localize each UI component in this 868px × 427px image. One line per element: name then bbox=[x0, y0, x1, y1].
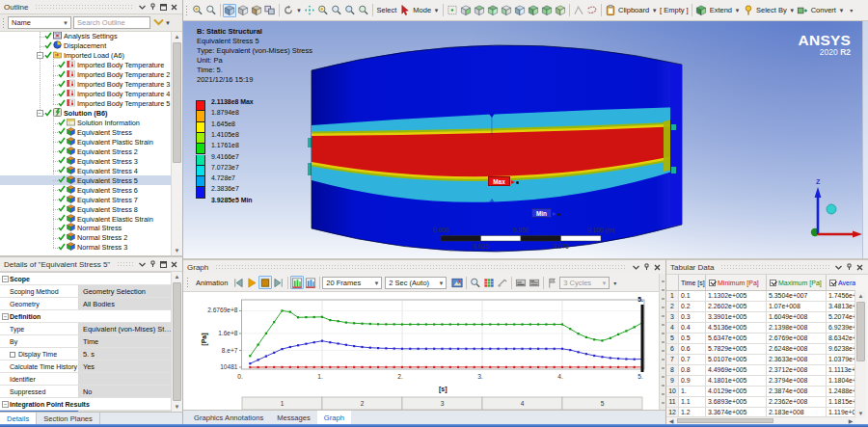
details-property-row[interactable]: ByTime bbox=[0, 335, 172, 348]
chevron-down-icon[interactable]: ▼ bbox=[788, 8, 796, 13]
cell-average[interactable]: 1.2488e+008 bbox=[827, 387, 855, 396]
tree-item[interactable]: Equivalent Elastic Strain bbox=[0, 214, 171, 224]
tree-item[interactable]: Normal Stress bbox=[0, 224, 171, 233]
chevron-down-icon[interactable] bbox=[833, 262, 843, 272]
tree-item[interactable]: Imported Body Temperature bbox=[0, 61, 171, 70]
cell-time[interactable]: 0.3 bbox=[679, 312, 706, 322]
property-value[interactable]: All Bodies bbox=[79, 298, 172, 309]
column-header-maximum[interactable]: Maximum [Pa] bbox=[767, 275, 827, 290]
property-value[interactable]: Geometry Selection bbox=[79, 285, 172, 297]
cell-average[interactable]: 3.4813e+007 bbox=[827, 302, 855, 311]
close-icon[interactable] bbox=[854, 262, 864, 272]
triad[interactable]: Z X bbox=[183, 21, 868, 258]
property-value[interactable]: Equivalent (von-Mises) Str... bbox=[79, 323, 172, 334]
tree-item[interactable]: −Solution (B6) bbox=[0, 109, 171, 119]
tree-item[interactable]: Solution Information bbox=[0, 119, 171, 128]
cell-time[interactable]: 1.1 bbox=[679, 397, 706, 407]
close-icon[interactable] bbox=[169, 2, 178, 12]
scroll-up-icon[interactable]: ▲ bbox=[856, 291, 865, 301]
scroll-down-icon[interactable]: ▼ bbox=[856, 409, 865, 418]
cell-minimum[interactable]: 3.6893e+005 bbox=[706, 397, 767, 407]
float-icon[interactable] bbox=[158, 2, 168, 12]
cell-maximum[interactable]: 2.3794e+008 bbox=[767, 376, 827, 386]
details-property-row[interactable]: Calculate Time HistoryYes bbox=[0, 360, 172, 373]
play-icon[interactable] bbox=[245, 276, 258, 289]
checkbox-icon[interactable] bbox=[829, 280, 836, 286]
details-property-row[interactable]: GeometryAll Bodies bbox=[0, 298, 172, 310]
details-section-row[interactable]: −Integration Point Results bbox=[0, 398, 172, 411]
tree-item[interactable]: Equivalent Stress 5 bbox=[0, 175, 171, 185]
scroll-right-icon[interactable]: ▶ bbox=[846, 417, 855, 424]
tree-item[interactable]: Equivalent Stress 7 bbox=[0, 195, 171, 204]
chevron-down-icon[interactable]: ▼ bbox=[734, 8, 742, 13]
cell-maximum[interactable]: 1.6049e+008 bbox=[767, 312, 827, 322]
grip-handle[interactable] bbox=[185, 5, 189, 16]
zoom-in-icon[interactable] bbox=[316, 4, 330, 17]
chevron-down-icon[interactable] bbox=[137, 2, 147, 12]
tabular-hscrollbar[interactable]: ◀ ▶ bbox=[666, 416, 855, 424]
checkbox-icon[interactable] bbox=[10, 352, 15, 358]
zoom-box-in-icon[interactable] bbox=[191, 4, 204, 17]
body-select-icon[interactable] bbox=[486, 4, 500, 17]
tabular-row[interactable]: 10.11.1302e+0055.3504e+0071.7456e+007 bbox=[666, 291, 855, 302]
details-section-row[interactable]: −Scope bbox=[0, 273, 172, 285]
wireframe-select-icon[interactable] bbox=[572, 4, 585, 17]
tabular-row[interactable]: 40.44.5136e+0052.1398e+0086.9239e+007 bbox=[666, 323, 855, 334]
cell-average[interactable]: 1.7456e+007 bbox=[827, 291, 855, 301]
export-video-icon[interactable] bbox=[450, 276, 464, 289]
pin-icon[interactable] bbox=[641, 262, 651, 272]
tree-item[interactable]: −Imported Load (A6) bbox=[0, 51, 171, 61]
column-header-time[interactable]: Time [s] bbox=[679, 275, 706, 290]
cell-maximum[interactable]: 2.6769e+008 bbox=[767, 334, 827, 343]
frames-dropdown[interactable]: 20 Frames▼ bbox=[322, 277, 382, 289]
details-property-row[interactable]: TypeEquivalent (von-Mises) Str... bbox=[0, 323, 172, 335]
property-value[interactable] bbox=[79, 373, 172, 385]
cell-minimum[interactable]: 5.0107e+005 bbox=[706, 355, 767, 364]
grip-handle[interactable] bbox=[186, 277, 190, 288]
vertex-select-icon[interactable] bbox=[446, 4, 459, 17]
checkbox-icon[interactable] bbox=[709, 280, 716, 286]
cell-average[interactable]: 1.1113e+008 bbox=[827, 365, 855, 375]
zoom-chart-icon[interactable] bbox=[469, 276, 482, 289]
property-value[interactable]: Yes bbox=[79, 360, 172, 372]
tab-section-planes[interactable]: Section Planes bbox=[37, 413, 100, 424]
details-section-row[interactable]: −Definition bbox=[0, 310, 172, 323]
zoom-out-icon[interactable] bbox=[330, 4, 343, 17]
toolbar-overflow-icon[interactable]: ▾ bbox=[849, 7, 854, 13]
tabular-row[interactable]: 30.33.3901e+0051.6049e+0085.2074e+007 bbox=[666, 312, 855, 323]
min-annotation[interactable]: Min bbox=[531, 208, 552, 218]
outline-scrollbar[interactable]: ▲ ▼ bbox=[171, 32, 182, 255]
close-icon[interactable] bbox=[169, 259, 178, 269]
skip-start-icon[interactable] bbox=[231, 276, 245, 289]
result-chart-icon[interactable] bbox=[290, 276, 304, 289]
cell-minimum[interactable]: 3.3901e+005 bbox=[706, 312, 767, 322]
cell-average[interactable]: 1.1815e+008 bbox=[827, 397, 855, 407]
cell-maximum[interactable]: 2.1398e+008 bbox=[767, 323, 827, 333]
name-filter-dropdown[interactable]: Name ▼ bbox=[8, 16, 71, 29]
cell-minimum[interactable]: 4.0129e+005 bbox=[706, 387, 767, 396]
cell-minimum[interactable]: 1.1302e+005 bbox=[706, 291, 767, 301]
grip-handle[interactable] bbox=[2, 17, 6, 29]
float-icon[interactable] bbox=[158, 259, 168, 269]
close-icon[interactable] bbox=[652, 262, 662, 272]
filter-more-icon[interactable]: ▼ bbox=[164, 20, 172, 26]
filter-chevron-icon[interactable] bbox=[153, 18, 164, 28]
tabular-row[interactable]: 90.94.1801e+0052.3794e+0081.1804e+008 bbox=[666, 376, 855, 387]
iso-ball[interactable] bbox=[827, 204, 836, 214]
tree-item[interactable]: Equivalent Plastic Strain bbox=[0, 137, 171, 147]
cell-minimum[interactable]: 5.7829e+005 bbox=[706, 344, 767, 354]
graphics-viewport[interactable]: B: Static Structural Equivalent Stress 5… bbox=[183, 21, 868, 258]
rgb-grid-icon[interactable] bbox=[482, 276, 496, 289]
section-expander[interactable]: − bbox=[2, 313, 9, 320]
tab-graph[interactable]: Graph bbox=[317, 411, 351, 424]
tabular-row[interactable]: 50.55.6347e+0052.6769e+0088.6342e+007 bbox=[666, 334, 855, 344]
details-property-row[interactable]: Display Time5. s bbox=[0, 348, 172, 360]
cell-time[interactable]: 0.4 bbox=[679, 323, 706, 333]
skip-end-icon[interactable] bbox=[272, 276, 285, 289]
cell-maximum[interactable]: 5.3504e+007 bbox=[767, 291, 827, 301]
select-label[interactable]: Select bbox=[375, 6, 398, 14]
details-property-row[interactable]: Scoping MethodGeometry Selection bbox=[0, 285, 172, 298]
chevron-down-icon[interactable]: ▼ bbox=[837, 8, 845, 13]
details-property-row[interactable]: Identifier bbox=[0, 373, 172, 386]
panel-splitter[interactable] bbox=[659, 274, 665, 410]
